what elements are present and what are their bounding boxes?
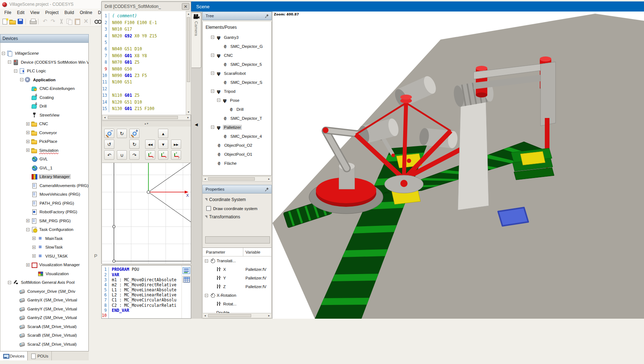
scene-tree-row[interactable]: −ψGantry3: [203, 33, 271, 42]
print-icon[interactable]: [29, 18, 37, 25]
parameter-row[interactable]: Double...: [203, 308, 272, 313]
cnc-editor-vertical-scrollbar[interactable]: [186, 11, 191, 115]
scene-tree-row[interactable]: @ObjectPool_O1: [203, 150, 271, 159]
menu-item-project[interactable]: Project: [42, 9, 61, 16]
drill-window-titlebar[interactable]: Drill [CODESYS_SoftMotion_: [102, 2, 191, 11]
arc-cw-button[interactable]: ↷: [129, 150, 139, 160]
cnc-code-editor[interactable]: 1( comment)2N000 F100 E100 E-13N010 G174…: [102, 11, 186, 115]
parameter-table[interactable]: Parameter Variable −Translati...XPalleti…: [203, 247, 272, 313]
scroll-left-icon[interactable]: [102, 115, 107, 120]
collapse-icon[interactable]: −: [211, 126, 214, 129]
scene-tree-row[interactable]: @SMC_Depictor_4: [203, 132, 271, 141]
devices-tree-row[interactable]: Library Manager: [0, 172, 88, 181]
scrollbar-thumb[interactable]: [208, 177, 255, 181]
expand-icon[interactable]: +: [32, 246, 36, 249]
move-up-button[interactable]: ▴: [158, 129, 168, 138]
collapse-icon[interactable]: −: [211, 72, 214, 75]
cut-icon[interactable]: [58, 18, 65, 25]
cnc-editor-horizontal-scrollbar[interactable]: [102, 115, 191, 120]
scene-3d-viewport[interactable]: Zoom: 400.87: [272, 12, 644, 319]
text-view-button[interactable]: [183, 267, 190, 274]
scrollbar-thumb[interactable]: [208, 314, 251, 317]
devices-tree-row[interactable]: −SoftMotion General Axis Pool: [0, 278, 88, 287]
zoom-out-button[interactable]: −: [104, 129, 114, 138]
menu-item-online[interactable]: Online: [77, 9, 95, 16]
devices-tree-row[interactable]: GantryX (SM_Drive_Virtual: [0, 296, 88, 305]
table-view-button[interactable]: [183, 276, 190, 283]
devices-tree-row[interactable]: +Conveyor: [0, 128, 88, 137]
cnc-path-preview[interactable]: X: [102, 163, 191, 264]
step-forward-button[interactable]: ▸▸: [171, 140, 181, 149]
copy-icon[interactable]: [66, 18, 73, 25]
expand-icon[interactable]: +: [26, 122, 29, 126]
devices-tree-row[interactable]: GantryZ (SM_Drive_Virtual: [0, 313, 88, 322]
plane-yz-button[interactable]: zy: [171, 150, 181, 160]
scrollbar-thumb[interactable]: [187, 17, 190, 82]
scene-tree[interactable]: Elements/Poses −ψGantry3@SMC_Depictor_G−…: [202, 22, 272, 176]
parameter-row[interactable]: ZPalletizer.fV: [203, 282, 272, 291]
parameter-row[interactable]: Rotat...: [203, 300, 272, 308]
collapse-icon[interactable]: −: [211, 36, 214, 39]
zoom-in-button[interactable]: +: [129, 129, 139, 138]
scroll-up-icon[interactable]: [186, 12, 191, 16]
open-file-icon[interactable]: [9, 18, 16, 25]
parameter-row[interactable]: XPalletizer.fV: [203, 265, 272, 274]
section-coordinate-system[interactable]: Coordinate System: [205, 197, 271, 202]
collapse-icon[interactable]: −: [8, 281, 11, 284]
devices-tree-row[interactable]: −Device (CODESYS SoftMotion Win V: [0, 58, 88, 67]
collapse-icon[interactable]: −: [205, 259, 208, 263]
scene-tree-row[interactable]: @Drill: [203, 105, 271, 114]
devices-tree-row[interactable]: +PickPlace: [0, 137, 88, 146]
save-icon[interactable]: [17, 18, 24, 25]
devices-tree-row[interactable]: +CNC: [0, 119, 88, 128]
expand-icon[interactable]: +: [26, 149, 29, 152]
devices-tree-row[interactable]: +≡VISU_TASK: [0, 252, 88, 261]
tab-pous[interactable]: POUs: [28, 351, 52, 360]
collapse-icon[interactable]: −: [217, 99, 220, 102]
scene-window-titlebar[interactable]: Scene: [191, 1, 644, 12]
scene-tree-row[interactable]: @SMC_Depictor_S: [203, 78, 271, 87]
scene-tree-row[interactable]: −ψPose: [203, 96, 271, 105]
scroll-down-icon[interactable]: [186, 110, 191, 114]
tree-horizontal-scrollbar[interactable]: [202, 176, 272, 182]
arc-ccw-button[interactable]: ↶: [104, 150, 114, 160]
plane-xy-button[interactable]: yx: [145, 150, 155, 160]
devices-tree-row[interactable]: PATH_PRG (PRG): [0, 199, 88, 208]
redo-icon[interactable]: [50, 18, 57, 25]
parameter-row[interactable]: −X-Rotation: [203, 291, 272, 300]
scroll-right-icon[interactable]: [267, 177, 271, 181]
devices-tree-row[interactable]: GVL_1: [0, 164, 88, 173]
scrollbar-thumb[interactable]: [108, 116, 178, 119]
scroll-left-icon[interactable]: [203, 313, 207, 318]
move-down-button[interactable]: ▾: [158, 140, 168, 149]
arc-u-button[interactable]: ∪: [117, 150, 127, 160]
devices-tree-row[interactable]: StreetView: [0, 111, 88, 120]
rotate-left-button[interactable]: ↺: [104, 140, 114, 149]
devices-tree-row[interactable]: Drill: [0, 102, 88, 111]
devices-tree-row[interactable]: +≡SlowTask: [0, 243, 88, 252]
section-transformations[interactable]: Transformations: [205, 214, 271, 219]
parameter-row[interactable]: −Translati...: [203, 256, 272, 265]
delete-icon[interactable]: [82, 18, 89, 25]
collapse-icon[interactable]: −: [2, 52, 5, 55]
scene-tree-row[interactable]: −ψCNC: [203, 51, 271, 60]
collapse-icon[interactable]: −: [8, 60, 11, 64]
devices-tree-row[interactable]: ScaraZ (SM_Drive_Virtual): [0, 340, 88, 349]
expand-icon[interactable]: +: [32, 254, 36, 258]
step-backward-button[interactable]: ◂◂: [145, 140, 155, 149]
devices-tree[interactable]: −VillageScene−Device (CODESYS SoftMotion…: [0, 43, 89, 351]
scene-tree-row[interactable]: −ψPalletizer: [203, 123, 271, 132]
collapse-icon[interactable]: −: [211, 54, 214, 57]
close-icon[interactable]: [182, 3, 189, 10]
menu-item-build[interactable]: Build: [61, 9, 77, 16]
devices-tree-row[interactable]: Visualization: [0, 269, 88, 278]
properties-horizontal-scrollbar[interactable]: [202, 313, 272, 318]
scroll-right-icon[interactable]: [267, 313, 271, 318]
scroll-left-icon[interactable]: [203, 177, 207, 181]
parameter-row[interactable]: YPalletizer.fV: [203, 274, 272, 282]
devices-tree-row[interactable]: ScaraA (SM_Drive_Virtual): [0, 322, 88, 331]
rotate-right-button[interactable]: ↻: [129, 140, 139, 149]
menu-item-d[interactable]: D: [95, 9, 101, 16]
scroll-right-icon[interactable]: [186, 115, 190, 120]
devices-tree-row[interactable]: −PLC Logic: [0, 67, 88, 76]
